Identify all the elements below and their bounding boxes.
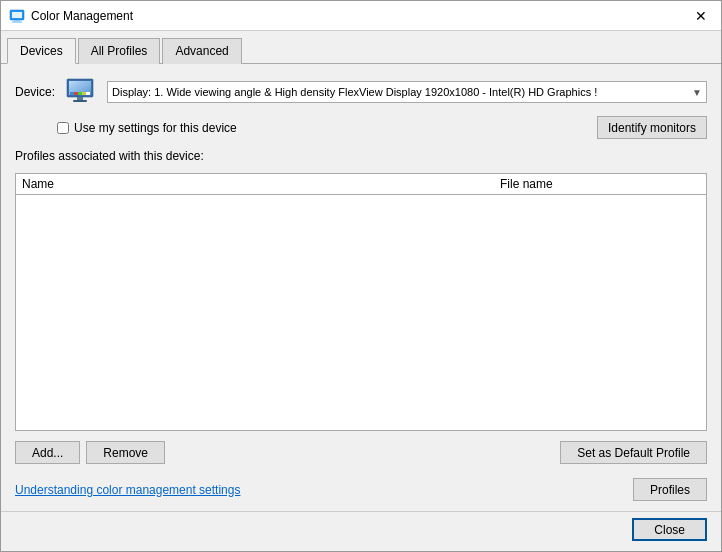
device-dropdown[interactable]: Display: 1. Wide viewing angle & High de…	[107, 81, 707, 103]
close-button[interactable]: Close	[632, 518, 707, 541]
title-bar-text: Color Management	[31, 9, 133, 23]
set-default-profile-button[interactable]: Set as Default Profile	[560, 441, 707, 464]
use-settings-checkbox[interactable]	[57, 122, 69, 134]
bottom-left-buttons: Add... Remove	[15, 441, 165, 464]
tab-bar: Devices All Profiles Advanced	[1, 31, 721, 64]
identify-monitors-button[interactable]: Identify monitors	[597, 116, 707, 139]
window-icon	[9, 8, 25, 24]
tab-devices[interactable]: Devices	[7, 38, 76, 64]
add-button[interactable]: Add...	[15, 441, 80, 464]
svg-rect-1	[12, 12, 22, 18]
table-body	[16, 195, 706, 427]
color-management-window: Color Management ✕ Devices All Profiles …	[0, 0, 722, 552]
profiles-table: Name File name	[15, 173, 707, 431]
device-dropdown-text: Display: 1. Wide viewing angle & High de…	[112, 86, 692, 98]
table-header: Name File name	[16, 174, 706, 195]
settings-row: Use my settings for this device Identify…	[57, 116, 707, 139]
table-header-filename: File name	[500, 177, 700, 191]
monitor-icon	[65, 78, 97, 106]
bottom-buttons: Add... Remove Set as Default Profile	[15, 441, 707, 464]
tab-content: Device:	[1, 64, 721, 511]
svg-rect-11	[78, 92, 82, 95]
svg-rect-8	[73, 100, 87, 102]
dropdown-arrow-icon: ▼	[692, 87, 702, 98]
profiles-associated-label: Profiles associated with this device:	[15, 149, 707, 163]
svg-rect-10	[74, 92, 78, 95]
svg-rect-3	[12, 21, 22, 22]
svg-rect-12	[82, 92, 86, 95]
checkbox-label: Use my settings for this device	[74, 121, 237, 135]
footer-row: Understanding color management settings …	[15, 478, 707, 501]
close-section: Close	[1, 511, 721, 551]
title-bar-left: Color Management	[9, 8, 133, 24]
device-label: Device:	[15, 85, 55, 99]
svg-rect-9	[70, 92, 74, 95]
device-row: Device:	[15, 78, 707, 106]
tab-all-profiles[interactable]: All Profiles	[78, 38, 161, 64]
understanding-color-link[interactable]: Understanding color management settings	[15, 483, 240, 497]
tab-advanced[interactable]: Advanced	[162, 38, 241, 64]
title-bar: Color Management ✕	[1, 1, 721, 31]
remove-button[interactable]: Remove	[86, 441, 165, 464]
checkbox-row: Use my settings for this device	[57, 121, 237, 135]
table-header-name: Name	[22, 177, 500, 191]
svg-rect-2	[14, 20, 20, 22]
profiles-button[interactable]: Profiles	[633, 478, 707, 501]
svg-rect-13	[86, 92, 90, 95]
close-window-button[interactable]: ✕	[689, 5, 713, 27]
svg-rect-7	[77, 97, 83, 100]
